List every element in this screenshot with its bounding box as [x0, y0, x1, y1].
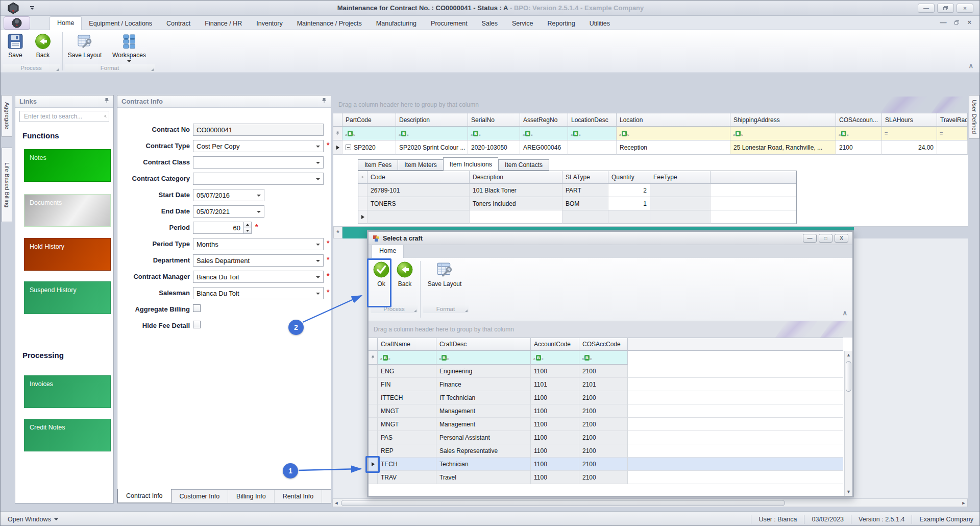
filter-cell[interactable]: aBc [378, 351, 436, 365]
filter-pin-icon[interactable] [333, 127, 342, 140]
scrollbar-thumb[interactable] [341, 500, 785, 506]
column-header[interactable]: AccountCode [531, 338, 579, 351]
invoices-button[interactable]: Invoices [24, 375, 111, 408]
contract-no-field[interactable]: CO0000041 [193, 124, 324, 136]
column-header[interactable]: TravelRadius [937, 113, 968, 127]
filter-cell[interactable]: aBc [531, 351, 579, 365]
filter-cell[interactable]: aBc [396, 127, 468, 140]
pin-icon[interactable] [104, 98, 109, 105]
ribbon-tab-home[interactable]: Home [50, 16, 82, 30]
filter-cell[interactable]: aBc [342, 127, 396, 140]
spin-up-icon[interactable] [244, 222, 251, 228]
column-header[interactable]: AssetRegNo [520, 113, 568, 127]
tab-contract-info[interactable]: Contract Info [117, 489, 172, 503]
ribbon-tab-sales[interactable]: Sales [475, 17, 505, 30]
craft-row-rep[interactable]: REP Sales Representative 1100 2100 [369, 444, 843, 458]
side-tab-user-defined[interactable]: User Defined [969, 95, 979, 139]
filter-cell[interactable]: = [882, 127, 937, 140]
scroll-right-icon[interactable]: ► [960, 500, 967, 506]
craft-row-fin[interactable]: FIN Finance 1101 2101 [369, 378, 843, 391]
filter-cell[interactable]: = [937, 127, 968, 140]
craft-row-tech-selected[interactable]: TECH Technician 1100 2100 [369, 458, 843, 471]
save-layout-button[interactable]: Save Layout [64, 31, 106, 64]
scroll-up-icon[interactable]: ▲ [845, 351, 852, 357]
contract-manager-dropdown[interactable]: Bianca Du Toit [193, 271, 324, 283]
contract-type-dropdown[interactable]: Cost Per Copy [193, 140, 324, 152]
dialog-maximize-button[interactable]: □ [819, 234, 832, 243]
filter-pin-icon[interactable] [369, 351, 378, 365]
tab-item-inclusions[interactable]: Item Inclusions [443, 157, 498, 171]
ribbon-tab-maintenance-projects[interactable]: Maintenance / Projects [290, 17, 369, 30]
suspend-history-button[interactable]: Suspend History [24, 281, 111, 314]
notes-button[interactable]: Notes [24, 149, 111, 182]
back-button[interactable]: Back [29, 31, 57, 64]
mdi-restore-icon[interactable] [954, 20, 959, 25]
column-header[interactable]: Location [617, 113, 730, 127]
aggregate-billing-checkbox[interactable] [193, 304, 201, 312]
column-header[interactable]: Quantity [608, 171, 650, 184]
column-header[interactable]: Description [470, 171, 562, 184]
credit-notes-button[interactable]: Credit Notes [24, 419, 111, 451]
equipment-row[interactable]: SP2020 SP2020 Sprint Colour ... 2020-103… [333, 140, 968, 155]
contract-class-dropdown[interactable] [193, 156, 324, 169]
dialog-group-by-band[interactable]: Drag a column header here to group by th… [369, 321, 852, 338]
column-header[interactable]: SLAHours [882, 113, 937, 127]
ribbon-tab-reporting[interactable]: Reporting [541, 17, 582, 30]
column-header[interactable]: SLAType [562, 171, 608, 184]
ribbon-tab-service[interactable]: Service [505, 17, 541, 30]
tab-rental-info[interactable]: Rental Info [275, 490, 322, 503]
side-tab-aggregate[interactable]: Aggregate [2, 95, 12, 137]
ribbon-tab-contract[interactable]: Contract [159, 17, 198, 30]
column-header[interactable]: CraftName [378, 338, 436, 351]
horizontal-scrollbar[interactable]: ◄ ► [332, 498, 968, 507]
filter-cell[interactable]: aBc [730, 127, 836, 140]
dialog-titlebar[interactable]: Select a craft — □ X [369, 232, 852, 245]
filter-cell[interactable]: aBc [568, 127, 617, 140]
spin-down-icon[interactable] [244, 228, 251, 234]
end-date-picker[interactable]: 05/07/2021 [193, 205, 264, 218]
pin-icon[interactable] [322, 98, 327, 105]
column-header[interactable]: FeeType [650, 171, 710, 184]
minimize-button[interactable]: — [918, 4, 935, 13]
filter-cell[interactable]: aBc [520, 127, 568, 140]
side-tab-life-based-billing[interactable]: Life Based Billing [2, 148, 12, 222]
ribbon-tab-inventory[interactable]: Inventory [249, 17, 289, 30]
tab-item-fees[interactable]: Item Fees [358, 159, 398, 171]
filter-cell[interactable]: aBc [436, 351, 531, 365]
open-windows-button[interactable]: Open Windows [1, 516, 65, 523]
ribbon-tab-equipment-locations[interactable]: Equipment / Locations [82, 17, 159, 30]
ok-button[interactable]: Ok [370, 259, 393, 304]
tab-billing-info[interactable]: Billing Info [228, 490, 275, 503]
craft-row-eng[interactable]: ENG Engineering 1100 2100 [369, 365, 843, 378]
hide-fee-detail-checkbox[interactable] [193, 321, 201, 328]
dialog-close-button[interactable]: X [835, 234, 848, 243]
hold-history-button[interactable]: Hold History [24, 238, 111, 271]
column-header[interactable]: ShippingAddress [730, 113, 836, 127]
inclusion-row[interactable]: TONERS Toners Included BOM 1 [358, 197, 796, 210]
ribbon-tab-finance-hr[interactable]: Finance / HR [198, 17, 249, 30]
inclusion-row[interactable]: 26789-101 101 Black Toner PART 2 [358, 184, 796, 197]
tab-item-meters[interactable]: Item Meters [398, 159, 443, 171]
craft-row-ittech[interactable]: ITTECH IT Technician 1100 2100 [369, 391, 843, 404]
dialog-tab-home[interactable]: Home [372, 244, 404, 258]
salesman-dropdown[interactable]: Bianca Du Toit [193, 287, 324, 299]
craft-row-mngt[interactable]: MNGT Management 1100 2100 [369, 404, 843, 418]
department-dropdown[interactable]: Sales Department [193, 254, 324, 267]
filter-cell[interactable]: aBc [617, 127, 730, 140]
scroll-down-icon[interactable]: ▼ [845, 489, 852, 496]
craft-row-trav[interactable]: TRAV Travel 1100 2100 [369, 471, 843, 484]
links-search-box[interactable] [19, 111, 109, 122]
period-stepper[interactable]: 60 [193, 222, 252, 234]
column-header[interactable]: SerialNo [468, 113, 520, 127]
workspaces-button[interactable]: Workspaces [106, 31, 153, 64]
dialog-save-layout-button[interactable]: Save Layout [422, 259, 468, 304]
collapse-row-icon[interactable] [346, 145, 351, 150]
equipment-group-by-band[interactable]: Drag a column header here to group by th… [333, 97, 968, 113]
save-button[interactable]: Save [2, 31, 29, 64]
column-header[interactable]: PartCode [342, 113, 396, 127]
column-header[interactable]: COSAccCode [579, 338, 628, 351]
filter-cell[interactable]: aBc [836, 127, 882, 140]
column-header[interactable]: CraftDesc [436, 338, 531, 351]
application-menu-button[interactable] [4, 16, 30, 30]
tab-item-contacts[interactable]: Item Contacts [498, 159, 549, 171]
